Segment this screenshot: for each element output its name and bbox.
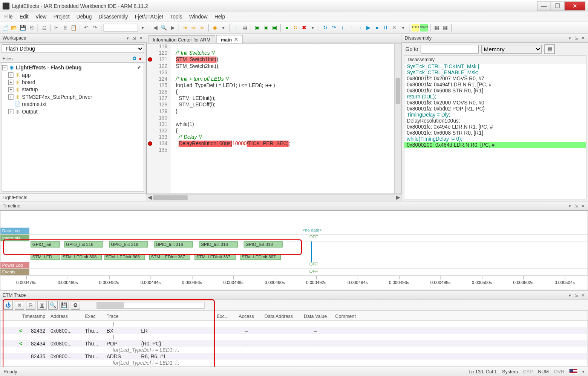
copy-button[interactable]: ⎘ bbox=[26, 301, 35, 309]
track-datalog[interactable]: Data Log bbox=[0, 228, 29, 234]
save-icon[interactable]: 💾 bbox=[19, 23, 27, 31]
tree-root[interactable]: − ◉ LightEffects - Flash Debug ✔ bbox=[2, 64, 144, 71]
bookmark-prev-icon[interactable]: ⇦ bbox=[198, 23, 206, 31]
make-icon[interactable]: ▣ bbox=[262, 23, 270, 31]
new-file-icon[interactable]: 📄 bbox=[2, 23, 10, 31]
minimize-button[interactable]: — bbox=[537, 1, 551, 11]
redo-icon[interactable]: ↷ bbox=[91, 23, 99, 31]
find-icon[interactable]: 🔍 bbox=[160, 23, 168, 31]
chevron-down-icon[interactable]: ▾ bbox=[309, 23, 317, 31]
hscrollbar[interactable]: ◀▶ bbox=[146, 194, 402, 201]
menu-disassembly[interactable]: Disassembly bbox=[95, 13, 131, 21]
dropdown-icon[interactable]: ▾ bbox=[125, 35, 130, 41]
menu-file[interactable]: File bbox=[1, 13, 16, 21]
etm-trace-row[interactable]: 824350x0800...Thu...ADDSR6, R6, #1–– bbox=[0, 353, 588, 359]
timeline-block[interactable]: GPIO_Init 316 bbox=[199, 241, 238, 247]
timeline-block[interactable]: GPIO_Init 316 bbox=[244, 241, 283, 247]
vscrollbar[interactable] bbox=[394, 43, 401, 193]
open-file-icon[interactable]: 📂 bbox=[10, 23, 18, 31]
print-icon[interactable]: 🖨 bbox=[40, 23, 48, 31]
breakpoint-icon[interactable] bbox=[148, 141, 152, 146]
tree-item[interactable]: +▮Output bbox=[2, 108, 144, 115]
menu-project[interactable]: Project bbox=[50, 13, 73, 21]
step-into-icon[interactable]: ↓ bbox=[338, 23, 346, 31]
undo-icon[interactable]: ↶ bbox=[83, 23, 90, 31]
chevron-down-icon[interactable]: ▾ bbox=[220, 23, 228, 31]
tree-item[interactable]: +▮app bbox=[2, 71, 144, 78]
go-icon[interactable]: ● bbox=[373, 23, 381, 31]
close-icon[interactable]: ✕ bbox=[138, 35, 143, 41]
paste-icon[interactable]: 📋 bbox=[70, 23, 78, 31]
chevron-down-icon[interactable]: ▾ bbox=[582, 369, 585, 373]
nav-back-icon[interactable]: ◀ bbox=[152, 23, 159, 31]
pin-icon[interactable]: ⇲ bbox=[132, 35, 137, 41]
tree-item[interactable]: +▮startup bbox=[2, 86, 144, 93]
gear-icon[interactable]: ✿ bbox=[131, 55, 137, 61]
clear-button[interactable]: ✕ bbox=[15, 301, 24, 309]
menu-tools[interactable]: Tools bbox=[167, 13, 185, 21]
restart-icon[interactable]: ↻ bbox=[292, 23, 300, 31]
dropdown-icon[interactable]: ▾ bbox=[567, 292, 573, 298]
eth-icon[interactable]: ETH bbox=[412, 23, 420, 31]
menu-help[interactable]: Help bbox=[211, 13, 229, 21]
step-out-icon[interactable]: ↑ bbox=[347, 23, 355, 31]
bookmark-toggle-icon[interactable]: ⇥ bbox=[181, 23, 189, 31]
close-button[interactable]: ✕ bbox=[565, 1, 585, 11]
disasm-view[interactable]: Disassembly SysTick_CTRL_TICKINT_Msk | S… bbox=[404, 55, 586, 199]
timeline-block[interactable]: GPIO_Init 316 bbox=[154, 241, 193, 247]
track-interrupts[interactable]: Interrupts bbox=[0, 235, 29, 241]
expand-icon[interactable]: + bbox=[8, 94, 14, 100]
tab-main[interactable]: main✕ bbox=[216, 35, 243, 43]
stop-debug-icon[interactable]: ✕ bbox=[390, 23, 398, 31]
search-button[interactable]: 🔍 bbox=[48, 301, 58, 309]
file-tree[interactable]: − ◉ LightEffects - Flash Debug ✔ +▮app+▮… bbox=[2, 63, 144, 192]
collapse-icon[interactable]: − bbox=[2, 65, 8, 70]
menu-ijetjtagjet[interactable]: I-jet/JTAGjet bbox=[132, 13, 167, 21]
bookmark-next-icon[interactable]: ⇨ bbox=[190, 23, 198, 31]
track-powerlog[interactable]: Power Log bbox=[0, 262, 29, 268]
timeline-block[interactable]: GPIO_Init bbox=[31, 241, 60, 247]
find-combo[interactable] bbox=[104, 23, 138, 31]
expand-icon[interactable]: + bbox=[8, 109, 14, 114]
next-stmt-icon[interactable]: → bbox=[356, 23, 364, 31]
timeline-block[interactable]: STM_LEDInit 367 bbox=[240, 254, 281, 260]
cut-icon[interactable]: ✂ bbox=[53, 23, 61, 31]
timeline-block[interactable]: STM_LEDInit 367 bbox=[194, 254, 236, 260]
close-icon[interactable]: ✕ bbox=[580, 292, 585, 298]
chevron-down-icon[interactable]: ▾ bbox=[139, 23, 147, 31]
abort-icon[interactable]: ✖ bbox=[300, 23, 308, 31]
copy-icon[interactable]: ⎘ bbox=[61, 23, 69, 31]
pin-icon[interactable]: ⇲ bbox=[574, 203, 579, 209]
breakpoint-icon[interactable] bbox=[148, 57, 152, 61]
expand-icon[interactable]: + bbox=[8, 72, 14, 78]
nav-fwd-icon[interactable]: ▶ bbox=[169, 23, 177, 31]
expand-icon[interactable]: + bbox=[8, 80, 14, 85]
dropdown-icon[interactable]: ▾ bbox=[567, 35, 573, 41]
memory-icon[interactable]: ▦ bbox=[433, 23, 441, 31]
columns-button[interactable]: ▥ bbox=[37, 301, 46, 309]
stop-build-icon[interactable]: ● bbox=[283, 23, 291, 31]
timeline-view[interactable]: Data Log <no data> Interrupts OFF GPIO_I… bbox=[0, 210, 588, 290]
code-editor[interactable]: 1191201211221231241251261271281291301311… bbox=[146, 43, 402, 194]
flag-icon[interactable] bbox=[570, 369, 577, 374]
tree-item[interactable]: 📄readme.txt bbox=[2, 100, 144, 107]
break-icon[interactable]: ⏸ bbox=[382, 23, 390, 31]
save-button[interactable]: 💾 bbox=[60, 301, 69, 309]
compile-icon[interactable]: ▣ bbox=[253, 23, 261, 31]
timeline-block[interactable]: STM_LEDInit 368 bbox=[104, 254, 145, 260]
registers-icon[interactable]: ▦ bbox=[441, 23, 449, 31]
timeline-block[interactable]: STM_LED bbox=[31, 254, 60, 260]
pin-icon[interactable]: ⇲ bbox=[574, 292, 579, 298]
menu-window[interactable]: Window bbox=[186, 13, 211, 21]
goto-input[interactable] bbox=[421, 45, 479, 54]
swo-icon[interactable]: SWO bbox=[420, 23, 428, 31]
doc-icon[interactable]: ▤ bbox=[241, 23, 249, 31]
track-events[interactable]: Events bbox=[0, 269, 29, 275]
disasm-refresh-button[interactable]: ▤ bbox=[545, 45, 555, 54]
save-all-icon[interactable]: ⎘ bbox=[28, 23, 35, 31]
timeline-block[interactable]: STM_LEDInit 367 bbox=[149, 254, 190, 260]
reset-icon[interactable]: ↻ bbox=[322, 23, 329, 31]
close-icon[interactable]: ✕ bbox=[580, 35, 585, 41]
tree-item[interactable]: +▮board bbox=[2, 78, 144, 86]
run-to-cursor-icon[interactable]: ▶ bbox=[364, 23, 372, 31]
